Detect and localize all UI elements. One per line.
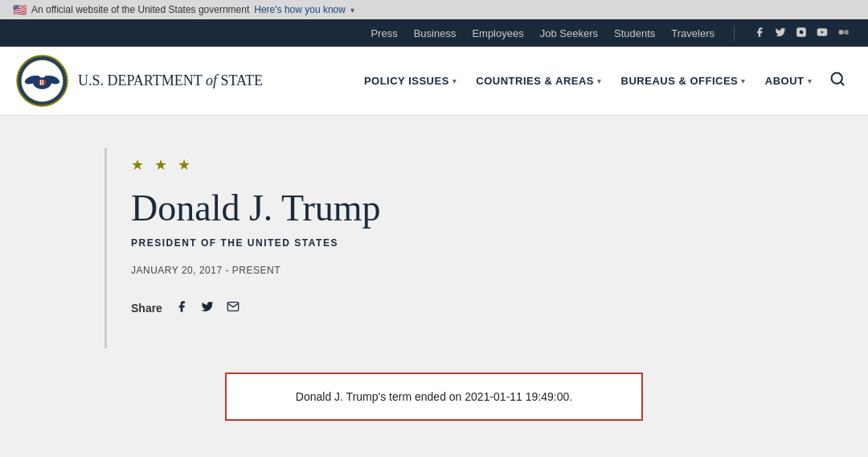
svg-rect-12	[40, 80, 41, 85]
date-range: JANUARY 20, 2017 - PRESENT	[131, 265, 764, 276]
nav-about[interactable]: ABOUT ▾	[757, 70, 820, 92]
nav-countries-areas[interactable]: COUNTRIES & AREAS ▾	[468, 70, 609, 92]
nav-travelers[interactable]: Travelers	[671, 27, 714, 39]
site-header: U.S. DEPARTMENT of STATE POLICY ISSUES ▾…	[0, 47, 868, 116]
twitter-icon[interactable]	[775, 27, 786, 40]
share-facebook-icon[interactable]	[175, 300, 188, 316]
chevron-down-icon: ▾	[350, 6, 354, 14]
official-text: An official website of the United States…	[31, 4, 249, 15]
content-area: ★ ★ ★ Donald J. Trump PRESIDENT OF THE U…	[0, 116, 868, 457]
facebook-icon[interactable]	[754, 27, 765, 40]
nav-divider	[734, 26, 735, 40]
top-banner: 🇺🇸 An official website of the United Sta…	[0, 0, 868, 19]
how-you-know-link[interactable]: Here's how you know	[254, 4, 346, 15]
person-title: PRESIDENT OF THE UNITED STATES	[131, 237, 764, 249]
svg-line-16	[841, 82, 844, 85]
search-button[interactable]	[823, 68, 852, 94]
youtube-icon[interactable]	[817, 27, 828, 40]
article-container: ★ ★ ★ Donald J. Trump PRESIDENT OF THE U…	[104, 148, 764, 348]
nav-press[interactable]: Press	[371, 27, 397, 39]
nav-students[interactable]: Students	[614, 27, 655, 39]
svg-point-4	[844, 30, 849, 35]
instagram-icon[interactable]	[796, 27, 807, 40]
term-ended-alert: Donald J. Trump's term ended on 2021-01-…	[225, 373, 643, 421]
logo-area: U.S. DEPARTMENT of STATE	[16, 55, 263, 107]
decorative-stars: ★ ★ ★	[131, 156, 764, 174]
flickr-icon[interactable]	[837, 27, 852, 40]
nav-business[interactable]: Business	[414, 27, 457, 39]
share-twitter-icon[interactable]	[201, 300, 214, 316]
share-label: Share	[131, 302, 162, 315]
svg-rect-13	[43, 80, 43, 85]
chevron-down-icon: ▾	[452, 77, 457, 85]
main-navigation: POLICY ISSUES ▾ COUNTRIES & AREAS ▾ BURE…	[356, 68, 852, 94]
alert-message: Donald J. Trump's term ended on 2021-01-…	[296, 390, 572, 403]
nav-policy-issues[interactable]: POLICY ISSUES ▾	[356, 70, 465, 92]
state-dept-seal	[16, 55, 68, 107]
chevron-down-icon: ▾	[741, 77, 746, 85]
department-name: U.S. DEPARTMENT of STATE	[78, 72, 263, 89]
nav-employees[interactable]: Employees	[472, 27, 523, 39]
person-name: Donald J. Trump	[131, 187, 764, 229]
secondary-nav: Press Business Employees Job Seekers Stu…	[0, 19, 868, 47]
nav-job-seekers[interactable]: Job Seekers	[540, 27, 598, 39]
social-icons-group	[754, 27, 852, 40]
nav-bureaus-offices[interactable]: BUREAUS & OFFICES ▾	[613, 70, 754, 92]
chevron-down-icon: ▾	[808, 77, 813, 85]
us-flag: 🇺🇸	[13, 3, 27, 16]
svg-point-10	[38, 69, 46, 77]
share-email-icon[interactable]	[227, 300, 240, 316]
share-row: Share	[131, 300, 764, 316]
svg-point-3	[839, 30, 844, 35]
chevron-down-icon: ▾	[597, 77, 602, 85]
content-inner: ★ ★ ★ Donald J. Trump PRESIDENT OF THE U…	[72, 148, 796, 348]
alert-container: Donald J. Trump's term ended on 2021-01-…	[0, 373, 868, 421]
